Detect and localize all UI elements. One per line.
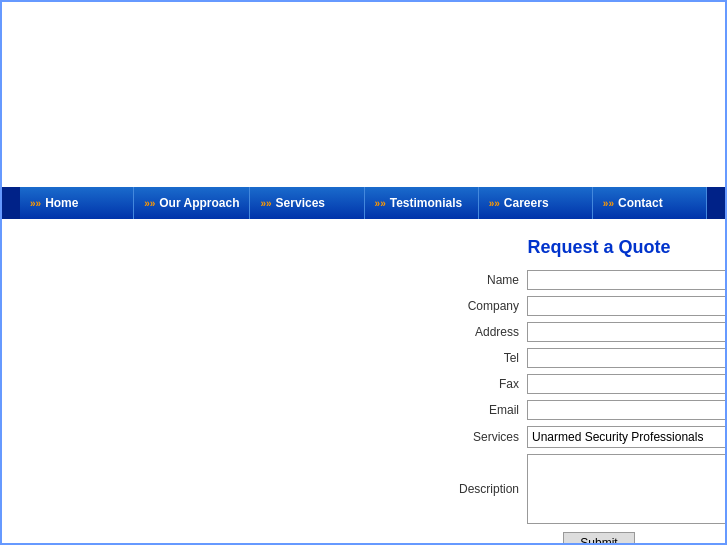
email-label: Email [457, 403, 527, 417]
left-panel [2, 229, 442, 545]
nav-item-contact[interactable]: »» Contact [593, 187, 707, 219]
company-input[interactable] [527, 296, 727, 316]
name-input[interactable] [527, 270, 727, 290]
services-label: Services [457, 430, 527, 444]
nav-arrow-careers: »» [489, 198, 500, 209]
nav-arrow-testimonials: »» [375, 198, 386, 209]
nav-arrow-our-approach: »» [144, 198, 155, 209]
tel-input[interactable] [527, 348, 727, 368]
nav-arrow-services: »» [260, 198, 271, 209]
tel-row: Tel [457, 348, 727, 368]
name-label: Name [457, 273, 527, 287]
right-panel: Request a Quote Name Company Address Tel [442, 229, 727, 545]
address-input[interactable] [527, 322, 727, 342]
quote-form: Name Company Address Tel Fax [457, 270, 727, 545]
nav-label-contact: Contact [618, 196, 663, 210]
fax-row: Fax [457, 374, 727, 394]
nav-label-home: Home [45, 196, 78, 210]
email-row: Email [457, 400, 727, 420]
description-row: Description [457, 454, 727, 524]
nav-arrow-contact: »» [603, 198, 614, 209]
tel-label: Tel [457, 351, 527, 365]
nav-item-our-approach[interactable]: »» Our Approach [134, 187, 250, 219]
nav-arrow-home: »» [30, 198, 41, 209]
form-title: Request a Quote [457, 237, 727, 258]
description-label: Description [457, 482, 527, 496]
nav-item-careers[interactable]: »» Careers [479, 187, 593, 219]
address-row: Address [457, 322, 727, 342]
email-input[interactable] [527, 400, 727, 420]
nav-item-testimonials[interactable]: »» Testimonials [365, 187, 479, 219]
nav-label-services: Services [276, 196, 325, 210]
main-content: Request a Quote Name Company Address Tel [2, 219, 725, 545]
submit-row: Submit [457, 532, 727, 545]
navigation-bar: »» Home »» Our Approach »» Services »» T… [2, 187, 725, 219]
nav-right-end [707, 187, 725, 219]
address-label: Address [457, 325, 527, 339]
description-textarea[interactable] [527, 454, 727, 524]
services-select[interactable]: Unarmed Security Professionals Armed Sec… [527, 426, 727, 448]
name-row: Name [457, 270, 727, 290]
nav-item-home[interactable]: »» Home [20, 187, 134, 219]
nav-item-services[interactable]: »» Services [250, 187, 364, 219]
nav-label-testimonials: Testimonials [390, 196, 462, 210]
fax-label: Fax [457, 377, 527, 391]
nav-label-our-approach: Our Approach [159, 196, 239, 210]
submit-button[interactable]: Submit [563, 532, 634, 545]
fax-input[interactable] [527, 374, 727, 394]
nav-left-end [2, 187, 20, 219]
company-row: Company [457, 296, 727, 316]
company-label: Company [457, 299, 527, 313]
nav-label-careers: Careers [504, 196, 549, 210]
services-row: Services Unarmed Security Professionals … [457, 426, 727, 448]
